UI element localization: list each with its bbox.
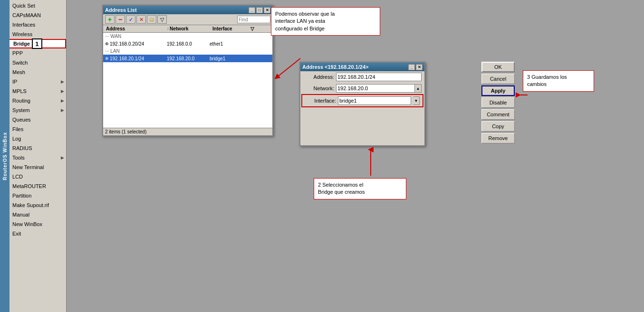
sidebar-item-make-supout[interactable]: 📄 Make Supout.rif xyxy=(0,200,66,210)
main-area: Address List _ □ ✕ + − ✓ ✕ 🗂 ▽ Address ↕… xyxy=(67,0,644,312)
row-icon-lan: ⊕ xyxy=(105,56,109,61)
address-detail-window: Address <192.168.20.1/24> _ ✕ Address: N… xyxy=(299,62,425,146)
sidebar-item-new-winbox[interactable]: 🖼 New WinBox xyxy=(0,219,66,229)
sidebar-item-label: Manual xyxy=(12,212,29,217)
address-label: Address: xyxy=(303,74,334,80)
annotation-box-1: Podemos observar que lainterface LAN ya … xyxy=(271,7,380,36)
add-button[interactable]: + xyxy=(105,15,115,24)
col-header-address: Address xyxy=(105,26,167,32)
col-header-arrow: ▽ xyxy=(250,26,259,32)
sidebar-item-switch[interactable]: ⇌ Switch xyxy=(0,58,66,67)
cell-interface-wan: ether1 xyxy=(210,41,248,47)
row-icon-wan: ⊕ xyxy=(105,41,109,46)
sidebar-item-capsman[interactable]: ≋ CAPsMAAN xyxy=(0,10,66,20)
detail-spacer xyxy=(300,107,424,145)
address-list-title: Address List xyxy=(105,7,249,13)
sidebar-item-metarouter[interactable]: ⬡ MetaROUTER xyxy=(0,181,66,191)
copy-button[interactable]: Copy xyxy=(481,121,515,132)
tools-arrow-icon: ▶ xyxy=(61,155,64,160)
remove-button[interactable]: − xyxy=(115,15,125,24)
cell-address-wan: ⊕ 192.168.0.20/24 xyxy=(105,41,167,47)
cancel-button[interactable]: Cancel xyxy=(481,74,515,84)
detail-close-button[interactable]: ✕ xyxy=(416,64,423,70)
system-arrow-icon: ▶ xyxy=(61,108,64,113)
network-input-group: ▲ xyxy=(336,84,422,93)
sidebar-item-ip[interactable]: 🌐 IP ▶ xyxy=(0,77,66,86)
svg-line-1 xyxy=(277,58,300,77)
sidebar-item-label: PPP xyxy=(12,50,23,56)
x-button[interactable]: ✕ xyxy=(136,15,146,24)
sidebar-item-system[interactable]: ⚙ System ▶ xyxy=(0,105,66,115)
sidebar-item-label: Switch xyxy=(12,60,28,66)
sidebar-item-label: Tools xyxy=(12,155,25,161)
sidebar-item-label: System xyxy=(12,107,30,113)
sidebar-item-label: Quick Set xyxy=(12,3,35,9)
minimize-button[interactable]: _ xyxy=(249,7,255,13)
sidebar-item-ppp[interactable]: ≈ PPP xyxy=(0,48,66,58)
sidebar-item-label: Mesh xyxy=(12,69,25,75)
interface-input[interactable] xyxy=(338,96,411,105)
detail-minimize-button[interactable]: _ xyxy=(408,64,415,70)
network-up-button[interactable]: ▲ xyxy=(415,84,422,93)
sidebar-item-label: Interfaces xyxy=(12,22,35,28)
close-button[interactable]: ✕ xyxy=(264,7,270,13)
detail-window-controls: _ ✕ xyxy=(408,64,423,70)
network-input[interactable] xyxy=(336,84,415,93)
cell-network-lan: 192.168.20.0 xyxy=(167,56,210,61)
sidebar-item-tools[interactable]: 🔧 Tools ▶ xyxy=(0,153,66,162)
group-label-lan: ··· LAN xyxy=(103,47,272,55)
table-status: 2 items (1 selected) xyxy=(103,128,272,135)
arrow-annotation3 xyxy=(516,85,530,110)
sidebar-item-label: LCD xyxy=(12,174,23,180)
remove-button[interactable]: Remove xyxy=(481,133,515,143)
table-header: Address ↕ Network Interface ▽ xyxy=(103,25,272,33)
comment-button[interactable]: Comment xyxy=(481,109,515,120)
sidebar-item-queues[interactable]: ≡ Queues xyxy=(0,115,66,124)
address-input[interactable] xyxy=(336,73,422,81)
address-detail-title: Address <192.168.20.1/24> xyxy=(302,64,408,70)
filter-button[interactable]: ▽ xyxy=(157,15,167,24)
interface-dropdown-button[interactable]: ▼ xyxy=(413,96,420,105)
group-name-lan: LAN xyxy=(110,48,119,54)
table-row[interactable]: ⊕ 192.168.0.20/24 192.168.0.0 ether1 xyxy=(103,40,272,47)
sidebar-item-routing[interactable]: ↗ Routing ▶ xyxy=(0,96,66,105)
sidebar-item-interfaces[interactable]: ⊞ Interfaces xyxy=(0,20,66,29)
sidebar-item-label: Bridge xyxy=(13,41,30,47)
sidebar-item-label: Routing xyxy=(12,98,30,104)
ok-button[interactable]: OK xyxy=(481,62,515,72)
button-panel: OK Cancel Apply Disable Comment Copy Rem… xyxy=(481,62,515,143)
sidebar-item-wireless[interactable]: )))) Wireless xyxy=(0,29,66,39)
maximize-button[interactable]: □ xyxy=(256,7,263,13)
apply-button[interactable]: Apply xyxy=(481,85,515,96)
check-button[interactable]: ✓ xyxy=(126,15,135,24)
sidebar-item-bridge[interactable]: ⊓ Bridge 1 xyxy=(0,39,66,48)
sidebar-item-new-terminal[interactable]: ▮ New Terminal xyxy=(0,162,66,172)
sidebar-item-files[interactable]: 📁 Files xyxy=(0,124,66,134)
brand-label: RouterOS WinBox xyxy=(0,0,10,312)
sidebar-item-label: IP xyxy=(12,79,17,85)
address-detail-titlebar: Address <192.168.20.1/24> _ ✕ xyxy=(300,63,424,71)
sidebar-item-quick-set[interactable]: ⚡ Quick Set xyxy=(0,1,66,10)
folder-button[interactable]: 🗂 xyxy=(147,15,156,24)
address-list-toolbar: + − ✓ ✕ 🗂 ▽ xyxy=(103,14,272,25)
sidebar-item-mpls[interactable]: ▣ MPLS ▶ xyxy=(0,86,66,96)
ip-arrow-icon: ▶ xyxy=(61,79,64,84)
col-header-network: Network xyxy=(169,26,211,32)
disable-button[interactable]: Disable xyxy=(481,97,515,108)
sidebar-item-label: Wireless xyxy=(12,31,32,37)
col-header-interface: Interface xyxy=(211,26,250,32)
sidebar-item-label: Exit xyxy=(12,231,21,236)
search-input[interactable] xyxy=(237,16,270,23)
sidebar-item-manual[interactable]: 🌐 Manual xyxy=(0,210,66,219)
sidebar-item-lcd[interactable]: ▭ LCD xyxy=(0,172,66,181)
sidebar-item-label: RADIUS xyxy=(12,145,32,151)
sidebar-item-mesh[interactable]: ✦ Mesh xyxy=(0,67,66,77)
sidebar-item-radius[interactable]: 🔒 RADIUS xyxy=(0,143,66,153)
annotation-box-3: 3 Guardamos loscambios xyxy=(523,70,594,92)
table-row-selected[interactable]: ⊕ 192.168.20.1/24 192.168.20.0 bridge1 xyxy=(103,55,272,62)
sidebar-item-label: Make Supout.rif xyxy=(12,202,49,208)
sidebar-item-exit[interactable]: 🚪 Exit xyxy=(0,229,66,238)
sidebar-item-partition[interactable]: 💾 Partition xyxy=(0,191,66,200)
sidebar-item-label: Partition xyxy=(12,193,31,199)
sidebar-item-log[interactable]: 📋 Log xyxy=(0,134,66,143)
